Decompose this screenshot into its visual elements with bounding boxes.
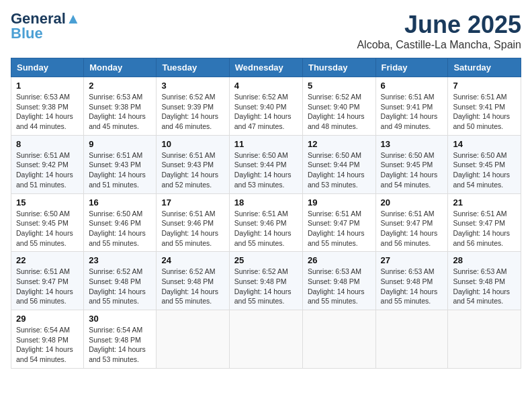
day-number: 15: [16, 197, 79, 208]
day-info: Sunrise: 6:52 AMSunset: 9:48 PMDaylight:…: [234, 267, 298, 306]
col-header-tuesday: Tuesday: [157, 58, 229, 77]
calendar-cell: 17Sunrise: 6:51 AMSunset: 9:46 PMDayligh…: [157, 193, 229, 252]
day-info: Sunrise: 6:53 AMSunset: 9:48 PMDaylight:…: [308, 267, 371, 306]
day-number: 13: [381, 139, 443, 149]
day-info: Sunrise: 6:52 AMSunset: 9:40 PMDaylight:…: [234, 92, 298, 132]
day-info: Sunrise: 6:50 AMSunset: 9:44 PMDaylight:…: [308, 150, 371, 190]
day-number: 27: [381, 255, 443, 265]
calendar-cell: 8Sunrise: 6:51 AMSunset: 9:42 PMDaylight…: [11, 135, 84, 193]
calendar-cell: 9Sunrise: 6:51 AMSunset: 9:43 PMDaylight…: [84, 135, 157, 193]
day-info: Sunrise: 6:51 AMSunset: 9:43 PMDaylight:…: [161, 150, 224, 190]
day-number: 25: [234, 255, 298, 265]
day-number: 16: [89, 197, 151, 208]
day-number: 4: [234, 81, 298, 91]
day-info: Sunrise: 6:52 AMSunset: 9:48 PMDaylight:…: [161, 267, 224, 306]
day-info: Sunrise: 6:50 AMSunset: 9:44 PMDaylight:…: [234, 150, 298, 190]
day-number: 8: [16, 139, 79, 149]
calendar-cell: 4Sunrise: 6:52 AMSunset: 9:40 PMDaylight…: [229, 77, 302, 136]
day-number: 17: [161, 197, 224, 208]
day-number: 28: [453, 255, 516, 265]
calendar-cell: [375, 310, 448, 369]
month-title: June 2025: [357, 11, 521, 39]
day-info: Sunrise: 6:50 AMSunset: 9:45 PMDaylight:…: [381, 150, 443, 190]
day-number: 12: [308, 139, 371, 149]
day-number: 26: [308, 255, 371, 265]
week-row-5: 29Sunrise: 6:54 AMSunset: 9:48 PMDayligh…: [11, 310, 521, 369]
day-number: 3: [161, 81, 224, 91]
day-info: Sunrise: 6:52 AMSunset: 9:48 PMDaylight:…: [89, 267, 151, 306]
day-info: Sunrise: 6:53 AMSunset: 9:48 PMDaylight:…: [381, 267, 443, 306]
location-title: Alcoba, Castille-La Mancha, Spain: [357, 39, 521, 51]
day-info: Sunrise: 6:51 AMSunset: 9:43 PMDaylight:…: [89, 150, 151, 190]
col-header-friday: Friday: [375, 58, 448, 77]
calendar-cell: 27Sunrise: 6:53 AMSunset: 9:48 PMDayligh…: [375, 252, 448, 310]
day-number: 11: [234, 139, 298, 149]
calendar-cell: 5Sunrise: 6:52 AMSunset: 9:40 PMDaylight…: [302, 77, 375, 136]
day-number: 2: [89, 81, 151, 91]
day-info: Sunrise: 6:50 AMSunset: 9:45 PMDaylight:…: [16, 209, 79, 248]
day-number: 1: [16, 81, 79, 91]
day-number: 14: [453, 139, 516, 149]
day-number: 22: [16, 255, 79, 265]
day-info: Sunrise: 6:51 AMSunset: 9:46 PMDaylight:…: [234, 209, 298, 248]
calendar-cell: 21Sunrise: 6:51 AMSunset: 9:47 PMDayligh…: [448, 193, 521, 252]
calendar-cell: 7Sunrise: 6:51 AMSunset: 9:41 PMDaylight…: [448, 77, 521, 136]
calendar-cell: 2Sunrise: 6:53 AMSunset: 9:38 PMDaylight…: [84, 77, 157, 136]
day-number: 19: [308, 197, 371, 208]
day-info: Sunrise: 6:51 AMSunset: 9:47 PMDaylight:…: [16, 267, 79, 306]
calendar-cell: 16Sunrise: 6:50 AMSunset: 9:46 PMDayligh…: [84, 193, 157, 252]
calendar-cell: 24Sunrise: 6:52 AMSunset: 9:48 PMDayligh…: [157, 252, 229, 310]
calendar-cell: 10Sunrise: 6:51 AMSunset: 9:43 PMDayligh…: [157, 135, 229, 193]
day-info: Sunrise: 6:53 AMSunset: 9:38 PMDaylight:…: [16, 92, 79, 132]
day-number: 7: [453, 81, 516, 91]
col-header-sunday: Sunday: [11, 58, 84, 77]
calendar-cell: 15Sunrise: 6:50 AMSunset: 9:45 PMDayligh…: [11, 193, 84, 252]
calendar-cell: 22Sunrise: 6:51 AMSunset: 9:47 PMDayligh…: [11, 252, 84, 310]
day-info: Sunrise: 6:51 AMSunset: 9:41 PMDaylight:…: [453, 92, 516, 132]
calendar-cell: 11Sunrise: 6:50 AMSunset: 9:44 PMDayligh…: [229, 135, 302, 193]
day-number: 30: [89, 314, 151, 324]
day-info: Sunrise: 6:54 AMSunset: 9:48 PMDaylight:…: [16, 325, 79, 365]
calendar-cell: 30Sunrise: 6:54 AMSunset: 9:48 PMDayligh…: [84, 310, 157, 369]
page-header: General▲ Blue June 2025 Alcoba, Castille…: [11, 11, 521, 51]
calendar-cell: [302, 310, 375, 369]
calendar-cell: 14Sunrise: 6:50 AMSunset: 9:45 PMDayligh…: [448, 135, 521, 193]
calendar: SundayMondayTuesdayWednesdayThursdayFrid…: [11, 58, 521, 369]
day-info: Sunrise: 6:52 AMSunset: 9:40 PMDaylight:…: [308, 92, 371, 132]
day-number: 9: [89, 139, 151, 149]
day-number: 20: [381, 197, 443, 208]
day-number: 18: [234, 197, 298, 208]
day-info: Sunrise: 6:50 AMSunset: 9:45 PMDaylight:…: [453, 150, 516, 190]
day-info: Sunrise: 6:53 AMSunset: 9:48 PMDaylight:…: [453, 267, 516, 306]
day-number: 6: [381, 81, 443, 91]
day-number: 10: [161, 139, 224, 149]
calendar-cell: 29Sunrise: 6:54 AMSunset: 9:48 PMDayligh…: [11, 310, 84, 369]
calendar-cell: 1Sunrise: 6:53 AMSunset: 9:38 PMDaylight…: [11, 77, 84, 136]
calendar-cell: 18Sunrise: 6:51 AMSunset: 9:46 PMDayligh…: [229, 193, 302, 252]
col-header-saturday: Saturday: [448, 58, 521, 77]
day-number: 29: [16, 314, 79, 324]
calendar-cell: [157, 310, 229, 369]
calendar-cell: 3Sunrise: 6:52 AMSunset: 9:39 PMDaylight…: [157, 77, 229, 136]
logo-blue: Blue: [11, 26, 43, 42]
col-header-wednesday: Wednesday: [229, 58, 302, 77]
day-info: Sunrise: 6:51 AMSunset: 9:47 PMDaylight:…: [381, 209, 443, 248]
day-info: Sunrise: 6:52 AMSunset: 9:39 PMDaylight:…: [161, 92, 224, 132]
calendar-cell: 26Sunrise: 6:53 AMSunset: 9:48 PMDayligh…: [302, 252, 375, 310]
day-number: 21: [453, 197, 516, 208]
calendar-cell: 20Sunrise: 6:51 AMSunset: 9:47 PMDayligh…: [375, 193, 448, 252]
week-row-2: 8Sunrise: 6:51 AMSunset: 9:42 PMDaylight…: [11, 135, 521, 193]
calendar-cell: 6Sunrise: 6:51 AMSunset: 9:41 PMDaylight…: [375, 77, 448, 136]
title-section: June 2025 Alcoba, Castille-La Mancha, Sp…: [357, 11, 521, 51]
calendar-cell: 25Sunrise: 6:52 AMSunset: 9:48 PMDayligh…: [229, 252, 302, 310]
day-info: Sunrise: 6:51 AMSunset: 9:47 PMDaylight:…: [453, 209, 516, 248]
day-number: 24: [161, 255, 224, 265]
day-info: Sunrise: 6:50 AMSunset: 9:46 PMDaylight:…: [89, 209, 151, 248]
calendar-cell: 19Sunrise: 6:51 AMSunset: 9:47 PMDayligh…: [302, 193, 375, 252]
calendar-header-row: SundayMondayTuesdayWednesdayThursdayFrid…: [11, 58, 521, 77]
calendar-cell: 28Sunrise: 6:53 AMSunset: 9:48 PMDayligh…: [448, 252, 521, 310]
day-info: Sunrise: 6:51 AMSunset: 9:42 PMDaylight:…: [16, 150, 79, 190]
calendar-cell: [229, 310, 302, 369]
week-row-3: 15Sunrise: 6:50 AMSunset: 9:45 PMDayligh…: [11, 193, 521, 252]
day-info: Sunrise: 6:51 AMSunset: 9:46 PMDaylight:…: [161, 209, 224, 248]
